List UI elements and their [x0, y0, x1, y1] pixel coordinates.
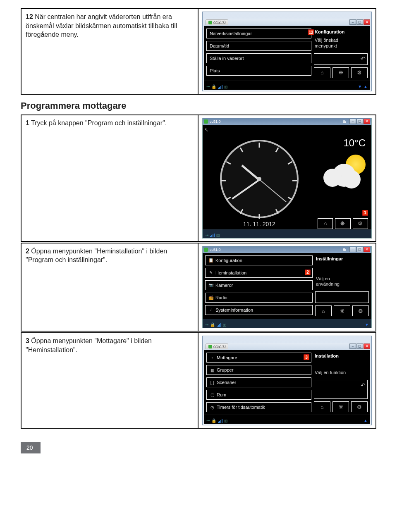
fan-button[interactable]: ❋	[332, 67, 349, 78]
window-close[interactable]: ✕	[364, 247, 370, 252]
menu-cameras[interactable]: 📷 Kameror	[205, 280, 313, 290]
analog-clock	[220, 140, 299, 218]
rooms-icon: ▢	[210, 392, 215, 397]
toolbar: ↖	[203, 125, 371, 134]
signal-icon	[218, 85, 222, 89]
ext-icon: ▯▯	[224, 85, 227, 89]
menu-weather-location[interactable]: Ställa in väderort	[206, 53, 311, 63]
ext-icon: ▯▯	[223, 323, 226, 327]
settings-button[interactable]: ⚙	[353, 218, 368, 229]
print-icon[interactable]: 🖶	[342, 248, 346, 252]
menu-configuration[interactable]: 📋 Konfiguration	[205, 255, 313, 265]
step-number: 1	[26, 119, 29, 126]
window-min[interactable]: –	[349, 119, 356, 124]
step-body: Öppna menypunkten "Heminstallation" i bi…	[26, 248, 167, 264]
status-bar: ⊸ ▯▯	[203, 229, 371, 238]
device-frame: cc51:0 🖶 – ▢ ✕ ↖	[202, 118, 372, 239]
side-panel-sub: Välj önskadmenypunkt	[314, 38, 368, 51]
screen-content: Nätverksinställningar Datum/tid Ställa i…	[204, 26, 370, 81]
window-max[interactable]: ▢	[356, 344, 363, 349]
step-3-screenshot: cc51:0 – ▢ ✕ ↑ Mottagare 3 ▦	[198, 333, 375, 428]
signal-icon	[217, 323, 221, 327]
scroll-up-icon[interactable]: ▲	[364, 84, 368, 89]
radio-icon: 📻	[208, 295, 213, 300]
window-min[interactable]: –	[349, 344, 356, 349]
key-icon: ⊸	[206, 84, 210, 89]
menu-scenes[interactable]: [ ] Scenarier	[206, 377, 311, 387]
menu-groups[interactable]: ▦ Grupper	[206, 365, 311, 375]
menu-label: Radio	[215, 295, 227, 300]
window-close[interactable]: ✕	[364, 19, 370, 25]
back-icon[interactable]: ↶	[361, 55, 366, 62]
print-icon[interactable]: 🖶	[342, 119, 346, 124]
home-icon: ⌂	[324, 220, 327, 227]
home-button[interactable]: ⌂	[315, 305, 332, 316]
step-body: Tryck på knappen "Program och inställnin…	[29, 119, 167, 126]
scroll-down-icon[interactable]: ▼	[358, 84, 362, 89]
info-icon: i	[208, 308, 213, 313]
side-panel-title: Konfiguration	[314, 29, 368, 35]
window-max[interactable]: ▢	[356, 19, 363, 25]
window-titlebar: cc51:0 🖶 – ▢ ✕	[203, 118, 371, 125]
status-bar: ⊸ 🔒 ▯▯ ▼	[203, 319, 371, 328]
menu-place[interactable]: Plats	[206, 66, 311, 76]
status-bar: ⊸ 🔒 ▯▯ ▼ ▲	[204, 81, 370, 90]
receiver-icon: ↑	[210, 355, 215, 360]
menu-date-time[interactable]: Datum/tid	[206, 41, 311, 51]
scroll-up-icon[interactable]: ▲	[364, 418, 368, 423]
menu-label: Rum	[217, 392, 226, 397]
fan-button[interactable]: ❋	[334, 305, 350, 316]
step-number: 12	[26, 13, 33, 20]
home-button[interactable]: ⌂	[314, 401, 330, 412]
step-12-screenshot: cc51:0 – ▢ ✕ Nätverksinställningar Datum…	[198, 9, 375, 94]
window-controls[interactable]: – ▢ ✕	[349, 19, 370, 25]
window-min[interactable]: –	[349, 19, 356, 25]
step-number: 3	[26, 337, 29, 344]
window-controls[interactable]: – ▢ ✕	[349, 247, 370, 252]
lock-icon: 🔒	[211, 84, 216, 89]
window-titlebar: cc51:0 – ▢ ✕	[204, 19, 370, 26]
side-panel-title: Installation	[314, 353, 368, 359]
window-controls[interactable]: – ▢ ✕	[349, 119, 370, 124]
window-min[interactable]: –	[349, 247, 356, 252]
device-frame: cc51:0 – ▢ ✕ ↑ Mottagare 3 ▦	[202, 336, 372, 425]
side-panel-title: Inställningar	[315, 255, 369, 262]
status-bar: ⊸ 🔒 ▯▯ ▲	[204, 415, 370, 424]
app-icon	[208, 21, 212, 24]
device-frame: cc51:0 🖶 – ▢ ✕ 📋 Konfiguration ✎	[202, 246, 372, 329]
scroll-down-icon[interactable]: ▼	[365, 322, 369, 327]
temperature-value: 10°C	[318, 137, 368, 149]
menu-label: Plats	[210, 68, 220, 73]
side-blank-panel: ↶	[314, 380, 368, 399]
tab-label: cc51:0	[213, 20, 225, 25]
settings-button[interactable]: ⚙	[352, 305, 369, 316]
settings-button[interactable]: ⚙	[351, 401, 368, 412]
menu-rooms[interactable]: ▢ Rum	[206, 390, 311, 400]
window-max[interactable]: ▢	[356, 247, 363, 252]
window-close[interactable]: ✕	[364, 119, 370, 124]
back-icon[interactable]: ↶	[361, 382, 366, 389]
fan-button[interactable]: ❋	[332, 401, 349, 412]
lock-icon: 🔒	[211, 418, 216, 423]
window-max[interactable]: ▢	[356, 119, 363, 124]
menu-network-settings[interactable]: Nätverksinställningar	[206, 29, 311, 38]
side-blank-panel	[315, 291, 369, 303]
menu-receivers[interactable]: ↑ Mottagare 3	[206, 353, 311, 363]
home-icon: ⌂	[322, 308, 325, 314]
window-close[interactable]: ✕	[364, 344, 370, 349]
callout-marker-1: 1	[362, 210, 368, 216]
window-controls[interactable]: – ▢ ✕	[349, 344, 370, 349]
home-button[interactable]: ⌂	[314, 67, 330, 78]
menu-home-installation[interactable]: ✎ Heminstallation 2	[205, 268, 313, 278]
step-12-row: 12 När centralen har angivit väderorten …	[21, 8, 376, 95]
home-button[interactable]: ⌂	[318, 218, 333, 229]
menu-timers[interactable]: ◷ Timers för tidsautomatik	[206, 402, 311, 412]
menu-radio[interactable]: 📻 Radio	[205, 293, 313, 303]
home-icon: ⌂	[320, 69, 324, 76]
key-icon: ⊸	[205, 233, 208, 237]
menu-system-info[interactable]: i Systeminformation	[205, 305, 313, 315]
fan-button[interactable]: ❋	[335, 218, 350, 229]
ext-icon: ▯▯	[224, 419, 227, 423]
menu-label: Ställa in väderort	[210, 56, 244, 61]
settings-button[interactable]: ⚙	[351, 67, 368, 78]
